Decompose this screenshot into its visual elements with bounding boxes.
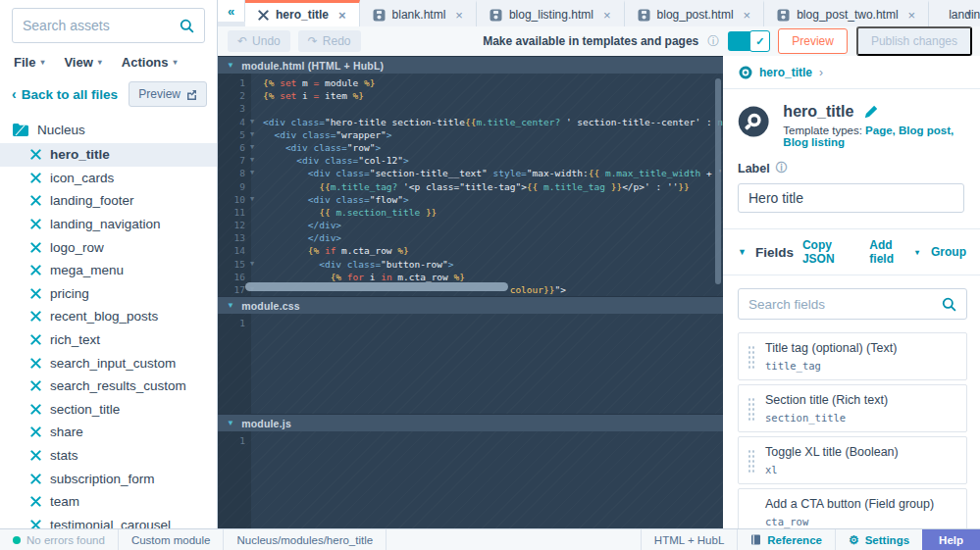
tab-blog_post.html[interactable]: blog_post.html× — [625, 0, 765, 26]
settings-button[interactable]: ⚙ Settings — [835, 529, 922, 550]
code-line-1[interactable]: 1 — [218, 434, 723, 447]
collapse-sidebar-button[interactable]: « — [218, 0, 245, 22]
info-icon[interactable]: ⓘ — [776, 160, 788, 176]
help-button[interactable]: Help — [922, 529, 980, 550]
asset-search-box[interactable] — [12, 8, 205, 43]
fold-caret-icon[interactable]: ▼ — [250, 258, 254, 271]
code-line-1[interactable]: 1{% set m = module %} — [218, 76, 723, 89]
code-line-14[interactable]: 14 {% if m.cta_row %} — [218, 244, 723, 257]
tab-hero_title[interactable]: hero_title× — [245, 0, 360, 26]
undo-button[interactable]: ↶ Undo — [228, 30, 290, 52]
field-card-cta_row[interactable]: Add a CTA button (Field group) cta_row C… — [738, 488, 967, 528]
template-type-link[interactable]: Blog listing — [783, 136, 845, 148]
info-icon[interactable]: ⓘ — [707, 33, 719, 50]
close-tab-icon[interactable]: × — [455, 8, 463, 23]
tab-overflow-icon[interactable]: ▾ — [966, 9, 971, 19]
chevron-down-icon[interactable]: ▼ — [738, 247, 747, 257]
tab-blank.html[interactable]: blank.html× — [360, 0, 477, 26]
pane-header-module-js[interactable]: ▼ module.js — [218, 414, 723, 431]
code-line-1[interactable]: 1 — [218, 317, 723, 329]
menu-actions[interactable]: Actions ▾ — [122, 55, 178, 70]
fold-caret-icon[interactable]: ▼ — [250, 167, 254, 179]
code-line-10[interactable]: 10▼ <div class="flow"> — [218, 193, 723, 206]
pane-header-module-html[interactable]: ▼ module.html (HTML + HubL) — [218, 56, 723, 74]
close-tab-icon[interactable]: × — [603, 8, 611, 23]
sidebar-item-subscription_form[interactable]: subscription_form — [0, 467, 217, 490]
template-type-link[interactable]: Page — [865, 125, 893, 136]
copy-json-link[interactable]: Copy JSON — [802, 238, 857, 266]
horizontal-scrollbar[interactable] — [245, 282, 508, 291]
sidebar-item-recent_blog_posts[interactable]: recent_blog_posts — [0, 305, 217, 328]
sidebar-item-hero_title[interactable]: hero_title — [0, 143, 217, 167]
sidebar-item-share[interactable]: share — [0, 421, 217, 444]
close-tab-icon[interactable]: × — [908, 8, 916, 23]
fold-caret-icon[interactable]: ▼ — [250, 193, 254, 206]
tab-blog_listing.html[interactable]: blog_listing.html× — [477, 0, 625, 26]
code-line-12[interactable]: 12 </div> — [218, 219, 723, 231]
module-html-code[interactable]: 1{% set m = module %}2{% set i = item %}… — [218, 74, 723, 296]
menu-file[interactable]: File ▾ — [14, 55, 44, 70]
sidebar-item-rich_text[interactable]: rich_text — [0, 328, 217, 352]
field-search-box[interactable] — [738, 288, 967, 320]
code-line-15[interactable]: 15▼ <div class="button-row"> — [218, 258, 723, 271]
publish-changes-button[interactable]: Publish changes — [856, 26, 972, 56]
code-line-3[interactable]: 3 — [218, 102, 723, 115]
sidebar-item-pricing[interactable]: pricing — [0, 282, 217, 306]
code-line-2[interactable]: 2{% set i = item %} — [218, 89, 723, 102]
edit-pencil-icon[interactable] — [864, 105, 878, 119]
field-card-section_title[interactable]: Section title (Rich text) section_title — [738, 384, 967, 432]
close-tab-icon[interactable]: × — [338, 8, 346, 23]
sidebar-item-search_results_custom[interactable]: search_results_custom — [0, 375, 217, 398]
sidebar-item-stats[interactable]: stats — [0, 444, 217, 468]
fold-caret-icon[interactable]: ▼ — [250, 116, 254, 128]
back-to-all-files-link[interactable]: ‹ Back to all files — [12, 86, 118, 102]
group-link[interactable]: Group — [931, 245, 966, 259]
code-line-8[interactable]: 8▼ <div class="section-title__text" styl… — [218, 167, 723, 179]
sidebar-item-landing_navigation[interactable]: landing_navigation — [0, 213, 217, 236]
sidebar-item-logo_row[interactable]: logo_row — [0, 235, 217, 259]
drag-handle-icon[interactable] — [748, 448, 755, 474]
reference-button[interactable]: Reference — [737, 529, 835, 550]
sidebar-item-search_input_custom[interactable]: search_input_custom — [0, 351, 217, 375]
field-card-xl[interactable]: Toggle XL title (Boolean) xl — [738, 436, 967, 484]
fold-caret-icon[interactable]: ▼ — [250, 128, 254, 141]
code-line-4[interactable]: 4▼<div class="hero-title section-title{{… — [218, 116, 723, 128]
module-js-code[interactable]: 1 — [218, 431, 723, 528]
pane-header-module-css[interactable]: ▼ module.css — [218, 296, 723, 314]
tab-blog_post_two.html[interactable]: blog_post_two.html× — [764, 0, 929, 26]
preview-button[interactable]: Preview — [778, 28, 848, 54]
add-field-link[interactable]: Add field ▾ — [869, 238, 919, 266]
vertical-scrollbar[interactable] — [715, 78, 721, 284]
code-line-9[interactable]: 9 {{m.title_tag? '<p class="title-tag">{… — [218, 180, 723, 193]
sidebar-item-icon_cards[interactable]: icon_cards — [0, 167, 217, 190]
drag-handle-icon[interactable] — [748, 396, 755, 422]
sidebar-item-section_title[interactable]: section_title — [0, 398, 217, 422]
redo-button[interactable]: ↷ Redo — [298, 30, 361, 52]
fold-caret-icon[interactable]: ▼ — [250, 154, 254, 167]
module-css-code[interactable]: 1 — [218, 314, 723, 414]
menu-view[interactable]: View ▾ — [64, 55, 101, 70]
field-search-input[interactable] — [748, 297, 942, 312]
close-tab-icon[interactable]: × — [744, 8, 751, 23]
sidebar-item-mega_menu[interactable]: mega_menu — [0, 259, 217, 282]
availability-toggle[interactable]: ✓ — [728, 31, 769, 51]
code-line-13[interactable]: 13 </div> — [218, 231, 723, 244]
code-line-11[interactable]: 11 {{ m.section_title }} — [218, 206, 723, 219]
sidebar-preview-button[interactable]: Preview — [129, 81, 207, 107]
breadcrumb-module-link[interactable]: hero_title — [759, 66, 812, 79]
fold-caret-icon[interactable]: ▼ — [250, 141, 254, 154]
sidebar-item-testimonial_carousel[interactable]: testimonial_carousel — [0, 514, 217, 529]
search-icon[interactable] — [180, 19, 194, 33]
code-line-6[interactable]: 6▼ <div class="row"> — [218, 141, 723, 154]
folder-nucleus[interactable]: Nucleus — [0, 121, 217, 143]
code-line-5[interactable]: 5▼ <div class="wrapper"> — [218, 128, 723, 141]
template-type-link[interactable]: Blog post — [899, 125, 951, 136]
asset-search-input[interactable] — [23, 18, 180, 33]
tab-landing_page[interactable]: landing_page — [929, 0, 980, 26]
sidebar-item-team[interactable]: team — [0, 490, 217, 514]
sidebar-item-landing_footer[interactable]: landing_footer — [0, 189, 217, 213]
drag-handle-icon[interactable] — [748, 344, 755, 370]
code-line-7[interactable]: 7▼ <div class="col-12"> — [218, 154, 723, 167]
field-card-title_tag[interactable]: Title tag (optional) (Text) title_tag — [738, 332, 967, 380]
search-icon[interactable] — [942, 297, 956, 312]
